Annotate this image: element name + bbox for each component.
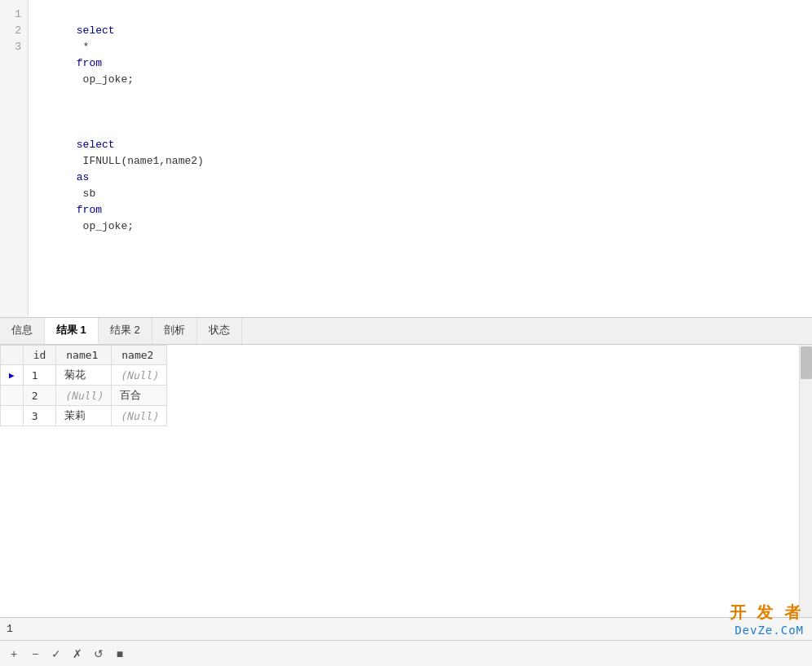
cell-name2-2: 百合 — [112, 386, 167, 406]
cell-name1-3: 茉莉 — [56, 406, 112, 426]
line-number-2: 2 — [0, 23, 28, 39]
code-plain-3b: sb — [77, 187, 102, 200]
col-indicator-header — [1, 346, 24, 365]
table-row: 2 (Null) 百合 — [1, 386, 167, 406]
add-button[interactable]: + — [5, 645, 23, 663]
code-plain-3a: IFNULL(name1,name2) — [77, 155, 210, 167]
table-row: ▶ 1 菊花 (Null) — [1, 365, 167, 386]
cell-name1-1: 菊花 — [56, 365, 112, 386]
keyword-from-1: from — [77, 57, 102, 69]
code-plain-1a: * — [77, 41, 95, 53]
keyword-from-3: from — [77, 204, 102, 216]
code-line-3: select IFNULL(name1,name2) as sb from op… — [38, 121, 802, 251]
keyword-as-3: as — [77, 171, 90, 183]
cell-name1-2: (Null) — [56, 386, 112, 406]
stop-button[interactable]: ■ — [111, 645, 129, 663]
cell-id-3: 3 — [23, 406, 56, 426]
cancel-button[interactable]: ✗ — [68, 645, 86, 663]
cell-name2-3: (Null) — [112, 406, 167, 426]
keyword-select-3: select — [77, 139, 115, 151]
keyword-select-1: select — [77, 24, 115, 37]
line-numbers: 1 2 3 — [0, 0, 29, 317]
line-number-1: 1 — [0, 7, 28, 23]
col-name2-header: name2 — [112, 346, 167, 365]
tab-profile[interactable]: 剖析 — [152, 318, 197, 344]
cell-name2-1: (Null) — [112, 365, 167, 386]
row-indicator-2 — [1, 386, 24, 406]
scrollbar-track — [800, 345, 812, 617]
table-row: 3 茉莉 (Null) — [1, 406, 167, 426]
result-table: id name1 name2 ▶ 1 菊花 (Null) 2 — [0, 345, 167, 426]
tab-result1[interactable]: 结果 1 — [45, 318, 99, 344]
code-content[interactable]: select * from op_joke; select IFNULL(nam… — [29, 0, 812, 317]
toolbar: + − ✓ ✗ ↺ ■ — [0, 640, 812, 666]
row-indicator-1: ▶ — [1, 365, 24, 386]
confirm-button[interactable]: ✓ — [47, 645, 65, 663]
col-name1-header: name1 — [56, 346, 112, 365]
line-number-3: 3 — [0, 39, 28, 55]
bottom-panel: 信息 结果 1 结果 2 剖析 状态 id name1 name2 ▶ — [0, 318, 812, 666]
code-plain-1b: op_joke; — [77, 73, 134, 86]
status-bar: 1 — [0, 617, 812, 640]
results-area: id name1 name2 ▶ 1 菊花 (Null) 2 — [0, 345, 812, 617]
sql-editor[interactable]: 1 2 3 select * from op_joke; select IFNU… — [0, 0, 812, 318]
refresh-button[interactable]: ↺ — [90, 645, 108, 663]
tab-info[interactable]: 信息 — [0, 318, 45, 344]
right-scrollbar[interactable] — [799, 345, 812, 617]
cell-id-1: 1 — [23, 365, 56, 386]
code-plain-3c: op_joke; — [77, 220, 134, 232]
results-content[interactable]: id name1 name2 ▶ 1 菊花 (Null) 2 — [0, 345, 799, 617]
code-line-1: select * from op_joke; — [38, 7, 802, 104]
code-line-2 — [38, 104, 802, 121]
row-indicator-3 — [1, 406, 24, 426]
tabs-bar: 信息 结果 1 结果 2 剖析 状态 — [0, 318, 812, 345]
cell-id-2: 2 — [23, 386, 56, 406]
scrollbar-thumb[interactable] — [801, 346, 812, 379]
tab-result2[interactable]: 结果 2 — [99, 318, 152, 344]
status-line-number: 1 — [7, 623, 13, 635]
tab-status[interactable]: 状态 — [197, 318, 242, 344]
remove-button[interactable]: − — [26, 645, 44, 663]
col-id-header: id — [23, 346, 56, 365]
